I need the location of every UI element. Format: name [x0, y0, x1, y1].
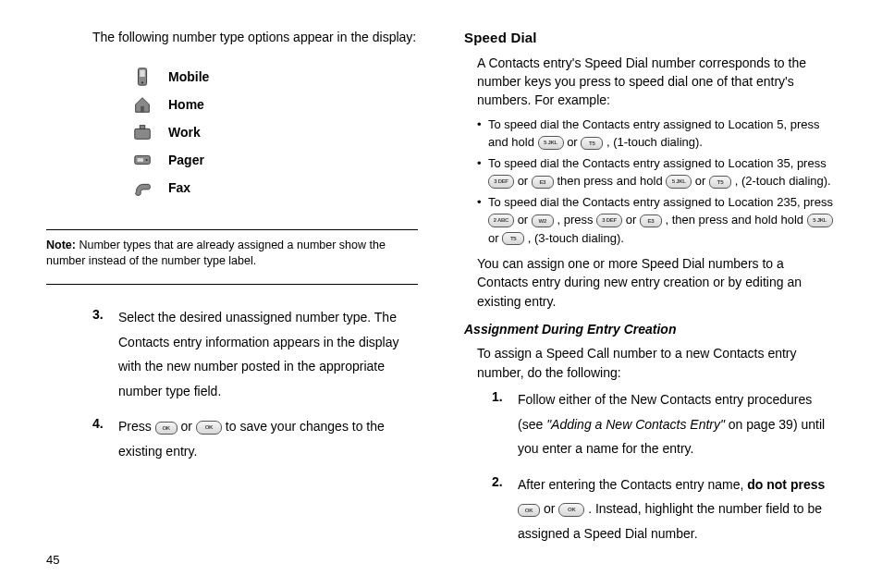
ok-key-icon: OK [518, 504, 540, 517]
key-5-alt-icon: T5 [709, 176, 731, 189]
steps-list: 3. Select the desired unassigned number … [92, 305, 418, 475]
step-number: 1. [492, 387, 518, 461]
step-number: 3. [92, 305, 118, 403]
emphasis: do not press [747, 477, 825, 492]
type-row: Pager [129, 149, 418, 171]
bullet-item: • To speed dial the Contacts entry assig… [477, 193, 836, 248]
home-icon [129, 93, 155, 116]
key-5-icon: 5 JKL [538, 136, 564, 150]
fax-icon [129, 177, 155, 199]
manual-page: The following number type options appear… [0, 0, 882, 588]
type-label: Mobile [168, 67, 209, 86]
key-2-icon: 2 ABC [488, 214, 514, 227]
ok-key-icon: OK [196, 421, 222, 435]
mobile-icon [129, 66, 155, 88]
right-column: Speed Dial A Contacts entry's Speed Dial… [464, 28, 836, 570]
type-row: Fax [129, 177, 418, 199]
bullet-marker: • [477, 116, 488, 152]
left-column: The following number type options appear… [46, 28, 418, 570]
step-item: 2. After entering the Contacts entry nam… [492, 472, 836, 546]
bullet-list: • To speed dial the Contacts entry assig… [477, 116, 836, 248]
page-number: 45 [46, 552, 418, 570]
type-row: Home [129, 93, 418, 116]
key-3-icon: 3 DEF [488, 175, 514, 189]
key-5-alt-icon: T5 [502, 232, 524, 245]
section-heading: Speed Dial [464, 28, 836, 48]
type-label: Pager [168, 151, 204, 169]
intro-text: The following number type options appear… [92, 28, 418, 46]
note-text: Note: Number types that are already assi… [46, 238, 418, 269]
type-label: Fax [168, 178, 190, 197]
step-body: Follow either of the New Contacts entry … [518, 387, 836, 461]
work-icon [129, 121, 155, 143]
key-3-icon: 3 DEF [596, 214, 622, 227]
type-label: Work [168, 123, 201, 141]
cross-reference: "Adding a New Contacts Entry" [546, 417, 725, 432]
bullet-marker: • [477, 154, 488, 190]
type-row: Work [129, 121, 418, 143]
key-5-icon: 5 JKL [666, 175, 692, 189]
step-number: 2. [492, 472, 518, 546]
pager-icon [129, 149, 155, 171]
key-3-alt-icon: E3 [640, 214, 662, 227]
key-3-alt-icon: E3 [532, 176, 554, 189]
step-item: 4. Press OK or OK to save your changes t… [92, 414, 418, 463]
key-5-alt-icon: T5 [581, 137, 603, 150]
note-divider [46, 284, 418, 285]
step-number: 4. [92, 414, 118, 463]
ok-key-icon: OK [558, 503, 584, 517]
ok-key-icon: OK [155, 422, 178, 435]
step-body: Select the desired unassigned number typ… [118, 305, 418, 403]
type-label: Home [168, 95, 204, 114]
bullet-item: • To speed dial the Contacts entry assig… [477, 154, 836, 190]
bullet-marker: • [477, 193, 488, 248]
subsection-intro: To assign a Speed Call number to a new C… [477, 344, 836, 382]
number-type-list: Mobile Home Work Pager Fax [129, 60, 418, 204]
type-row: Mobile [129, 66, 418, 88]
note-label: Note: [46, 239, 76, 251]
step-body: After entering the Contacts entry name, … [518, 472, 836, 546]
step-item: 3. Select the desired unassigned number … [92, 305, 418, 403]
section-intro: A Contacts entry's Speed Dial number cor… [477, 54, 836, 110]
key-5-icon: 5 JKL [807, 214, 833, 227]
subsection-heading: Assignment During Entry Creation [464, 320, 836, 338]
section-outro: You can assign one or more Speed Dial nu… [477, 254, 836, 311]
bullet-item: • To speed dial the Contacts entry assig… [477, 116, 836, 152]
step-body: Press OK or OK to save your changes to t… [118, 414, 418, 463]
steps-list: 1. Follow either of the New Contacts ent… [492, 387, 836, 546]
note-body: Number types that are already assigned a… [46, 239, 386, 267]
note-divider [46, 229, 418, 230]
key-2-alt-icon: W2 [532, 214, 554, 227]
step-item: 1. Follow either of the New Contacts ent… [492, 387, 836, 461]
